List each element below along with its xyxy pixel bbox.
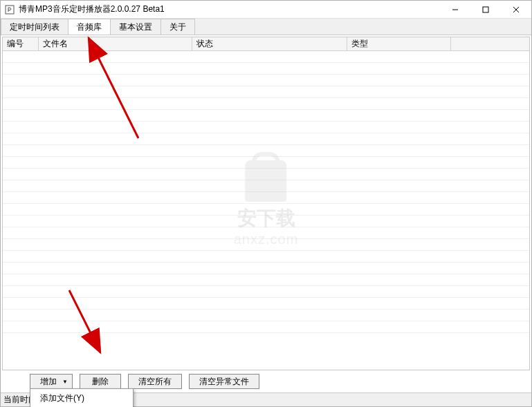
table-row [3, 298, 529, 310]
table-row [3, 310, 529, 321]
table-row [3, 145, 529, 157]
table-header: 编号 文件名 状态 类型 [3, 37, 529, 51]
button-bar: 增加 删除 清空所有 清空异常文件 添加文件(Y) 添加文件夹(Z) [2, 370, 530, 391]
close-button[interactable] [501, 1, 531, 18]
table-row [3, 274, 529, 286]
col-number[interactable]: 编号 [3, 37, 39, 50]
maximize-button[interactable] [470, 1, 501, 18]
tab-schedule-list[interactable]: 定时时间列表 [1, 19, 68, 35]
table-row [3, 216, 529, 227]
col-filename[interactable]: 文件名 [39, 37, 192, 50]
svg-rect-2 [483, 7, 488, 12]
col-status[interactable]: 状态 [192, 37, 347, 50]
table-row [3, 251, 529, 263]
app-icon [5, 5, 15, 15]
add-button[interactable]: 增加 [30, 374, 73, 389]
table-row [3, 133, 529, 145]
clear-abnormal-button[interactable]: 清空异常文件 [189, 374, 259, 389]
table-row [3, 169, 529, 180]
window-controls [440, 1, 531, 18]
content-area: 编号 文件名 状态 类型 [1, 35, 531, 392]
file-table: 编号 文件名 状态 类型 [2, 37, 530, 370]
table-body[interactable] [3, 51, 529, 341]
titlebar: 博青MP3音乐定时播放器2.0.0.27 Beta1 [1, 1, 531, 19]
delete-button[interactable]: 删除 [80, 374, 121, 389]
table-row [3, 122, 529, 133]
table-row [3, 180, 529, 192]
table-row [3, 286, 529, 298]
table-row [3, 263, 529, 274]
tab-basic-settings[interactable]: 基本设置 [110, 19, 161, 35]
table-row [3, 51, 529, 63]
table-row [3, 321, 529, 333]
table-row [3, 110, 529, 122]
table-row [3, 75, 529, 86]
minimize-button[interactable] [440, 1, 470, 18]
window-title: 博青MP3音乐定时播放器2.0.0.27 Beta1 [19, 3, 440, 15]
table-row [3, 86, 529, 98]
table-row [3, 192, 529, 204]
tab-audio-library[interactable]: 音频库 [68, 19, 111, 35]
table-row [3, 239, 529, 251]
table-row [3, 204, 529, 216]
col-type[interactable]: 类型 [347, 37, 451, 50]
add-dropdown-menu: 添加文件(Y) 添加文件夹(Z) [30, 388, 134, 407]
clear-all-button[interactable]: 清空所有 [128, 374, 182, 389]
tab-bar: 定时时间列表 音频库 基本设置 关于 [1, 19, 531, 35]
table-row [3, 157, 529, 169]
app-window: 博青MP3音乐定时播放器2.0.0.27 Beta1 定时时间列表 音频库 基本… [0, 0, 532, 407]
dropdown-add-file[interactable]: 添加文件(Y) [30, 389, 133, 407]
svg-rect-0 [6, 6, 14, 14]
tab-about[interactable]: 关于 [160, 19, 195, 35]
table-row [3, 98, 529, 110]
table-row [3, 63, 529, 75]
table-row [3, 227, 529, 239]
